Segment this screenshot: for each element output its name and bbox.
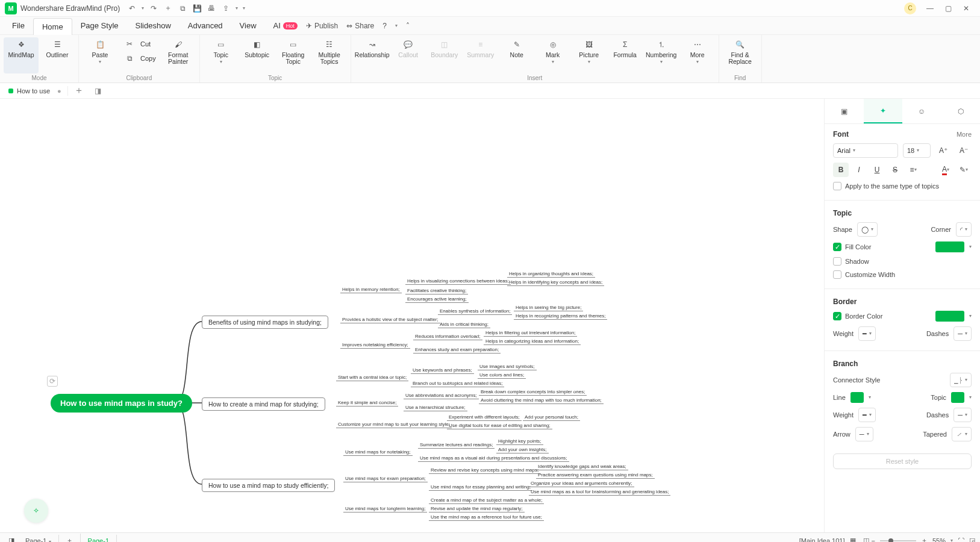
sub-a311[interactable]: Helps in filtering out irrelevant inform… xyxy=(484,330,577,337)
sub-a13[interactable]: Encourages active learning; xyxy=(405,296,469,303)
border-dashes-select[interactable]: ─▾ xyxy=(953,326,972,341)
sub-c213[interactable]: Organize your ideas and arguments cohere… xyxy=(529,481,634,487)
sub-b112[interactable]: Use colors and lines; xyxy=(478,372,526,379)
sidebar-toggle-icon[interactable]: ◨ xyxy=(5,537,18,542)
publish-button[interactable]: ✈Publish xyxy=(306,22,338,30)
sub-c214[interactable]: Use mind maps as a tool for brainstormin… xyxy=(529,489,670,496)
font-shrink-icon[interactable]: A⁻ xyxy=(956,143,972,158)
sub-b22[interactable]: Use a hierarchical structure; xyxy=(404,405,467,411)
note-button[interactable]: ✎Note xyxy=(499,37,534,73)
tab-ai[interactable]: AIHot xyxy=(265,17,306,34)
assistant-button[interactable]: ✧ xyxy=(24,499,48,523)
branch-line-caret[interactable]: ▾ xyxy=(869,395,871,400)
paste-caret[interactable]: ▾ xyxy=(99,60,101,64)
sub-b32[interactable]: Use digital tools for ease of editing an… xyxy=(447,423,552,429)
find-replace-button[interactable]: 🔍Find & Replace xyxy=(723,37,758,73)
rp-tab-layout[interactable]: ▣ xyxy=(825,99,864,123)
corner-select[interactable]: ◜▾ xyxy=(956,222,972,237)
sub-a112[interactable]: Helps in identifying key concepts and id… xyxy=(507,279,604,286)
bold-button[interactable]: B xyxy=(833,163,849,177)
sub-a31[interactable]: Reduces information overload; xyxy=(413,334,482,340)
collapse-handle[interactable]: ⟳ xyxy=(47,376,58,387)
main-topic-1[interactable]: Benefits of using mind maps in studying; xyxy=(202,316,328,329)
sub-c112[interactable]: Add your own insights; xyxy=(496,447,549,453)
paste-button[interactable]: 📋Paste▾ xyxy=(83,37,117,73)
zoom-caret[interactable]: ▾ xyxy=(950,538,953,543)
sub-a12[interactable]: Facilitates creative thinking; xyxy=(405,288,468,294)
branch-topic-caret[interactable]: ▾ xyxy=(969,395,972,400)
zoom-out-button[interactable]: − xyxy=(872,537,875,543)
sub-c33[interactable]: Use the mind map as a reference tool for… xyxy=(429,514,544,521)
fill-swatch[interactable] xyxy=(935,241,964,252)
font-more[interactable]: More xyxy=(957,131,972,138)
rp-tab-icon[interactable]: ☺ xyxy=(902,99,941,123)
page-tab-1[interactable]: Page-1 ▾ xyxy=(18,535,59,543)
sub-c11[interactable]: Summarize lectures and readings; xyxy=(418,442,495,449)
branch-weight-select[interactable]: ━▾ xyxy=(858,408,876,422)
font-color-button[interactable]: A▾ xyxy=(938,163,953,177)
sub-a111[interactable]: Helps in organizing thoughts and ideas; xyxy=(507,271,595,278)
sub-a212[interactable]: Helps in recognizing patterns and themes… xyxy=(514,313,607,320)
doc-tab[interactable]: How to use● xyxy=(2,86,68,96)
zoom-slider[interactable] xyxy=(880,538,916,543)
tab-pagestyle[interactable]: Page Style xyxy=(72,17,127,34)
avatar[interactable]: C xyxy=(904,2,916,14)
more-caret[interactable]: ▾ xyxy=(696,60,699,64)
formula-button[interactable]: ΣFormula xyxy=(608,37,643,73)
border-swatch[interactable] xyxy=(935,311,964,322)
zoom-value[interactable]: 55% xyxy=(932,537,946,543)
shadow-check[interactable]: Shadow xyxy=(833,257,869,266)
open-icon[interactable]: ⧉ xyxy=(178,4,187,13)
main-topic-2[interactable]: How to create a mind map for studying; xyxy=(202,397,325,411)
rp-tab-style[interactable]: ✦ xyxy=(864,99,903,123)
branch-topic-swatch[interactable] xyxy=(951,392,964,403)
help-caret[interactable]: ▾ xyxy=(395,23,398,28)
shape-select[interactable]: ◯▾ xyxy=(857,222,878,237)
panel-toggle-icon[interactable]: ◨ xyxy=(90,87,106,95)
new-icon[interactable]: ＋ xyxy=(163,4,173,13)
sub-b11[interactable]: Use keywords and phrases; xyxy=(411,367,474,374)
rp-tab-more[interactable]: ⬡ xyxy=(941,99,981,123)
mark-button[interactable]: ◎Mark▾ xyxy=(535,37,570,73)
sub-b12[interactable]: Branch out to subtopics and related idea… xyxy=(411,381,504,387)
tab-view[interactable]: View xyxy=(231,17,265,34)
qat-caret[interactable]: ▾ xyxy=(243,6,245,11)
outliner-mode-button[interactable]: ☰Outliner xyxy=(40,37,75,73)
sub-c3[interactable]: Use mind maps for longterm learning; xyxy=(343,506,427,512)
sub-c31[interactable]: Create a mind map of the subject matter … xyxy=(429,497,544,504)
tab-advanced[interactable]: Advanced xyxy=(179,17,231,34)
multiple-topics-button[interactable]: ☷Multiple Topics xyxy=(312,37,347,73)
numbering-caret[interactable]: ▾ xyxy=(660,60,663,64)
sub-b3[interactable]: Customize your mind map to suit your lea… xyxy=(336,422,452,428)
sub-b211[interactable]: Break down complex concepts into simpler… xyxy=(479,389,587,396)
export-caret[interactable]: ▾ xyxy=(236,6,238,11)
page-tab-1-caret[interactable]: ▾ xyxy=(49,539,51,543)
sub-c212[interactable]: Practice answering exam questions using … xyxy=(536,472,655,479)
tab-slideshow[interactable]: Slideshow xyxy=(127,17,179,34)
sub-c1[interactable]: Use mind maps for notetaking; xyxy=(343,449,413,456)
redo-icon[interactable]: ↷ xyxy=(149,4,158,13)
share-button[interactable]: ⇔Share xyxy=(346,22,374,30)
sub-a22[interactable]: Aids in critical thinking; xyxy=(438,322,490,328)
sub-b111[interactable]: Use images and symbols; xyxy=(478,364,537,370)
highlight-button[interactable]: ✎▾ xyxy=(956,163,972,177)
bordercolor-check[interactable]: ✓Border Color xyxy=(833,312,882,320)
sub-a21[interactable]: Enables synthesis of information; xyxy=(438,308,512,315)
sub-a11[interactable]: Helps in visualizing connections between… xyxy=(405,278,511,285)
sub-a2[interactable]: Provides a holistic view of the subject … xyxy=(340,317,440,323)
help-button[interactable]: ? xyxy=(382,22,387,30)
italic-button[interactable]: I xyxy=(851,163,867,177)
branch-arrow-select[interactable]: ─▾ xyxy=(855,427,873,441)
view-grid-icon[interactable]: ▦ xyxy=(850,537,856,542)
topic-button[interactable]: ▭Topic▾ xyxy=(204,37,239,73)
border-weight-select[interactable]: ━▾ xyxy=(858,326,876,341)
relationship-button[interactable]: ↝Relationship xyxy=(355,37,390,73)
fullscreen-icon[interactable]: ◲ xyxy=(969,537,975,542)
print-icon[interactable]: 🖶 xyxy=(207,4,216,13)
maximize-icon[interactable]: ▢ xyxy=(939,2,957,14)
subtopic-button[interactable]: ◧Subtopic xyxy=(240,37,275,73)
picture-button[interactable]: 🖼Picture▾ xyxy=(572,37,607,73)
page-tab-2[interactable]: Page-1 xyxy=(81,535,117,543)
root-topic[interactable]: How to use mind maps in study? xyxy=(51,394,192,413)
font-family-select[interactable]: Arial▾ xyxy=(833,143,898,158)
